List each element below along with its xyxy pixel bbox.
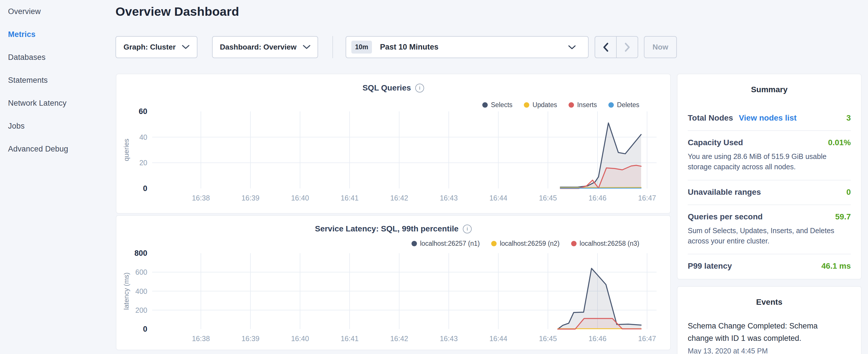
x-tick-label: 16:45 — [539, 334, 557, 343]
summary-row-p99-latency: P99 latency 46.1 ms — [688, 254, 851, 279]
x-tick-label: 16:39 — [242, 334, 260, 343]
y-tick-label: 400 — [135, 287, 147, 295]
chart-title: SQL Queries — [363, 83, 411, 93]
x-tick-label: 16:44 — [490, 334, 507, 343]
x-tick-label: 16:47 — [638, 334, 656, 343]
x-tick-label: 16:38 — [192, 194, 210, 202]
graph-node-dropdown[interactable]: Graph: Cluster — [116, 36, 197, 58]
chevron-down-icon — [568, 45, 576, 50]
sql-queries-plot[interactable]: 16:3816:3916:4016:4116:4216:4316:4416:45… — [116, 74, 671, 214]
y-tick-label: 0 — [143, 325, 147, 333]
event-timestamp: May 13, 2020 at 4:45 PM — [688, 347, 851, 354]
series-color-dot — [571, 241, 577, 246]
x-tick-label: 16:43 — [440, 334, 458, 343]
y-tick-label: 20 — [139, 159, 147, 167]
service-latency-title-row: Service Latency: SQL, 99th percentile i — [116, 224, 670, 233]
x-tick-label: 16:38 — [192, 334, 210, 343]
sidebar-item-metrics[interactable]: Metrics — [0, 23, 115, 46]
x-tick-label: 16:40 — [291, 194, 309, 202]
sidebar-item-advanced-debug[interactable]: Advanced Debug — [0, 137, 115, 160]
sql-queries-title-row: SQL Queries i — [116, 83, 670, 93]
y-tick-label: 0 — [143, 184, 147, 193]
queries-per-second-value: 59.7 — [835, 212, 851, 221]
chevron-left-icon — [602, 42, 609, 53]
series-color-dot — [482, 102, 488, 108]
chart-title: Service Latency: SQL, 99th percentile — [315, 224, 459, 233]
x-tick-label: 16:46 — [589, 334, 607, 343]
series-color-dot — [491, 241, 497, 246]
time-range-selector[interactable]: 10m Past 10 Minutes — [346, 36, 589, 58]
controls-divider — [333, 36, 333, 58]
sidebar: Overview Metrics Databases Statements Ne… — [0, 0, 115, 354]
x-tick-label: 16:44 — [490, 194, 507, 202]
prev-time-window-button[interactable] — [595, 37, 617, 58]
sidebar-item-network-latency[interactable]: Network Latency — [0, 92, 115, 115]
chevron-down-icon — [182, 45, 189, 49]
graph-dropdown-label: Graph: Cluster — [124, 43, 176, 52]
events-panel: Events Schema Change Completed: Schema c… — [677, 286, 861, 354]
p99-latency-value: 46.1 ms — [821, 261, 851, 271]
x-tick-label: 16:40 — [291, 334, 309, 343]
legend-item-deletes: Deletes — [608, 101, 639, 109]
summary-row-unavailable-ranges: Unavailable ranges 0 — [688, 180, 851, 204]
unavailable-ranges-value: 0 — [846, 188, 851, 197]
summary-row-queries-per-second: Queries per second 59.7 Sum of Selects, … — [688, 204, 851, 254]
summary-row-total-nodes: Total Nodes View nodes list 3 — [688, 106, 851, 130]
next-time-window-button[interactable] — [617, 37, 638, 58]
queries-per-second-subtext: Sum of Selects, Updates, Inserts, and De… — [688, 225, 851, 246]
info-icon[interactable]: i — [463, 225, 472, 233]
service-latency-legend: localhost:26257 (n1) localhost:26259 (n2… — [411, 240, 639, 248]
chevron-right-icon — [624, 42, 631, 53]
event-item[interactable]: Schema Change Completed: Schema change w… — [677, 320, 861, 354]
sql-queries-chart-card: 16:3816:3916:4016:4116:4216:4316:4416:45… — [116, 74, 671, 213]
time-range-label: Past 10 Minutes — [380, 43, 438, 52]
x-tick-label: 16:43 — [440, 194, 458, 202]
x-tick-label: 16:47 — [638, 194, 656, 202]
x-tick-label: 16:45 — [539, 194, 557, 202]
app-root: Overview Metrics Databases Statements Ne… — [0, 0, 868, 354]
sidebar-item-overview[interactable]: Overview — [0, 0, 115, 23]
series-color-dot — [568, 102, 574, 108]
sql-queries-legend: Selects Updates Inserts Deletes — [482, 101, 639, 109]
service-latency-chart-card: 16:3816:3916:4016:4116:4216:4316:4416:45… — [116, 215, 671, 350]
legend-item-n3: localhost:26258 (n3) — [571, 240, 639, 248]
x-tick-label: 16:39 — [242, 194, 260, 202]
page-title: Overview Dashboard — [116, 5, 239, 19]
series-color-dot — [411, 241, 417, 246]
dashboard-dropdown[interactable]: Dashboard: Overview — [212, 36, 318, 58]
y-tick-label: 40 — [139, 133, 147, 141]
x-tick-label: 16:42 — [390, 334, 408, 343]
capacity-used-subtext: You are using 28.6 MiB of 515.9 GiB usab… — [688, 151, 851, 172]
now-button[interactable]: Now — [644, 36, 677, 58]
x-tick-label: 16:46 — [589, 194, 607, 202]
legend-item-n2: localhost:26259 (n2) — [491, 240, 559, 248]
summary-panel: Summary Total Nodes View nodes list 3 Ca… — [677, 74, 861, 279]
time-range-badge: 10m — [351, 41, 372, 54]
x-tick-label: 16:42 — [390, 194, 408, 202]
series-line-yellow — [560, 187, 641, 188]
series-color-dot — [524, 102, 529, 108]
sidebar-item-databases[interactable]: Databases — [0, 46, 115, 69]
y-tick-label: 600 — [135, 268, 147, 276]
y-axis-title: queries — [122, 139, 130, 161]
summary-rows: Total Nodes View nodes list 3 Capacity U… — [677, 106, 861, 279]
sidebar-item-statements[interactable]: Statements — [0, 69, 115, 92]
legend-item-inserts: Inserts — [568, 101, 597, 109]
info-icon[interactable]: i — [415, 84, 424, 93]
summary-row-capacity-used: Capacity Used 0.01% You are using 28.6 M… — [688, 130, 851, 180]
legend-item-n1: localhost:26257 (n1) — [411, 240, 480, 248]
time-window-pager — [595, 36, 638, 58]
y-tick-label: 800 — [134, 249, 147, 257]
x-tick-label: 16:41 — [341, 334, 359, 343]
capacity-used-value: 0.01% — [828, 138, 851, 147]
legend-item-selects: Selects — [482, 101, 513, 109]
events-heading: Events — [677, 287, 861, 307]
y-axis-title: latency (ms) — [122, 272, 130, 310]
sidebar-item-jobs[interactable]: Jobs — [0, 115, 115, 137]
service-latency-plot[interactable]: 16:3816:3916:4016:4116:4216:4316:4416:45… — [116, 216, 671, 350]
y-tick-label: 200 — [135, 306, 147, 314]
view-nodes-list-link[interactable]: View nodes list — [739, 114, 797, 123]
legend-item-updates: Updates — [524, 101, 557, 109]
chevron-down-icon — [303, 45, 310, 49]
x-tick-label: 16:41 — [341, 194, 359, 202]
